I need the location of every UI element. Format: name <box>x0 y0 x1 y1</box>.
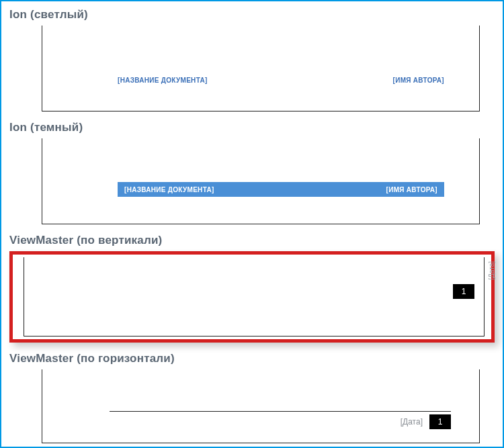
option-viewmaster-horizontal[interactable]: ViewMaster (по горизонтали) [Дата] 1 <box>9 352 495 443</box>
author-placeholder: [ИМЯ АВТОРА] <box>393 77 444 84</box>
option-label: ViewMaster (по горизонтали) <box>9 352 495 365</box>
preview-wrap: [Дата] 1 <box>9 369 495 443</box>
horizontal-divider <box>110 411 451 412</box>
author-placeholder: [ИМЯ АВТОРА] <box>386 186 437 193</box>
doc-name-placeholder: [НАЗВАНИЕ ДОКУМЕНТА] <box>124 186 214 193</box>
vm-horizontal-footer-row: [Дата] 1 <box>401 414 451 429</box>
footer-preview-vm-vertical: [Дата] 1 <box>24 257 485 337</box>
footer-preview-ion-light: [НАЗВАНИЕ ДОКУМЕНТА] [ИМЯ АВТОРА] <box>42 26 480 111</box>
ion-light-footer-row: [НАЗВАНИЕ ДОКУМЕНТА] [ИМЯ АВТОРА] <box>118 77 444 84</box>
doc-name-placeholder: [НАЗВАНИЕ ДОКУМЕНТА] <box>118 77 208 84</box>
option-ion-light[interactable]: Ion (светлый) [НАЗВАНИЕ ДОКУМЕНТА] [ИМЯ … <box>9 8 495 111</box>
page-number-badge: 1 <box>453 284 474 299</box>
date-placeholder-vertical: [Дата] <box>488 261 495 280</box>
page-number-badge: 1 <box>429 414 451 429</box>
date-placeholder: [Дата] <box>401 417 423 427</box>
footer-preview-ion-dark: [НАЗВАНИЕ ДОКУМЕНТА] [ИМЯ АВТОРА] <box>42 138 480 224</box>
option-label: Ion (темный) <box>9 121 495 134</box>
preview-wrap: [НАЗВАНИЕ ДОКУМЕНТА] [ИМЯ АВТОРА] <box>9 138 495 224</box>
ion-dark-footer-bar: [НАЗВАНИЕ ДОКУМЕНТА] [ИМЯ АВТОРА] <box>118 182 444 197</box>
option-ion-dark[interactable]: Ion (темный) [НАЗВАНИЕ ДОКУМЕНТА] [ИМЯ А… <box>9 121 495 224</box>
preview-wrap: [НАЗВАНИЕ ДОКУМЕНТА] [ИМЯ АВТОРА] <box>9 26 495 111</box>
option-viewmaster-vertical[interactable]: ViewMaster (по вертикали) [Дата] 1 <box>9 234 495 343</box>
option-label: ViewMaster (по вертикали) <box>9 234 495 247</box>
option-label: Ion (светлый) <box>9 8 495 21</box>
selected-highlight: [Дата] 1 <box>9 251 495 343</box>
footer-preview-vm-horizontal: [Дата] 1 <box>42 369 480 443</box>
